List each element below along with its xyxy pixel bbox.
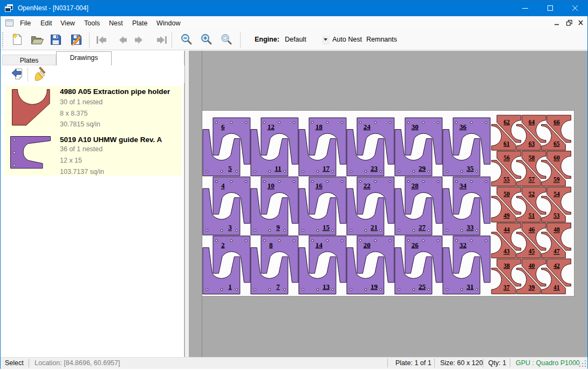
- svg-text:26: 26: [412, 241, 419, 249]
- svg-text:38: 38: [504, 263, 510, 269]
- svg-text:35: 35: [467, 164, 474, 172]
- svg-text:20: 20: [364, 241, 371, 249]
- svg-text:10: 10: [268, 181, 275, 190]
- svg-text:54: 54: [553, 191, 560, 197]
- svg-text:53: 53: [553, 212, 560, 219]
- svg-text:50: 50: [504, 191, 510, 197]
- svg-text:42: 42: [553, 263, 560, 269]
- svg-text:37: 37: [503, 284, 510, 291]
- svg-text:65: 65: [553, 140, 560, 147]
- svg-text:58: 58: [529, 154, 535, 161]
- svg-text:31: 31: [467, 282, 474, 291]
- svg-text:52: 52: [529, 191, 535, 197]
- svg-text:66: 66: [553, 119, 560, 125]
- svg-text:64: 64: [529, 119, 535, 125]
- svg-text:23: 23: [371, 164, 378, 172]
- svg-text:46: 46: [529, 226, 535, 233]
- svg-text:44: 44: [504, 226, 510, 233]
- svg-text:57: 57: [529, 176, 535, 183]
- svg-text:5: 5: [228, 164, 232, 172]
- svg-text:22: 22: [364, 181, 371, 190]
- svg-text:21: 21: [371, 223, 378, 231]
- svg-text:32: 32: [460, 241, 467, 249]
- svg-text:30: 30: [412, 123, 419, 131]
- svg-text:16: 16: [316, 181, 323, 190]
- svg-text:1: 1: [228, 282, 232, 291]
- svg-text:43: 43: [503, 248, 510, 254]
- svg-text:8: 8: [269, 241, 273, 249]
- svg-text:47: 47: [553, 248, 560, 254]
- svg-text:15: 15: [323, 223, 330, 231]
- svg-text:55: 55: [503, 176, 510, 183]
- svg-text:3: 3: [228, 223, 232, 231]
- svg-text:61: 61: [503, 140, 510, 147]
- svg-text:29: 29: [419, 164, 426, 172]
- svg-text:18: 18: [316, 123, 323, 131]
- svg-text:41: 41: [553, 284, 560, 291]
- svg-text:2: 2: [221, 241, 225, 249]
- svg-text:45: 45: [529, 248, 535, 254]
- svg-text:24: 24: [364, 123, 371, 131]
- svg-text:11: 11: [275, 164, 281, 172]
- svg-text:34: 34: [460, 181, 467, 190]
- svg-text:63: 63: [529, 140, 535, 147]
- svg-text:13: 13: [323, 282, 330, 291]
- svg-text:28: 28: [412, 181, 419, 190]
- svg-text:7: 7: [276, 282, 280, 291]
- svg-text:19: 19: [371, 282, 378, 291]
- svg-text:36: 36: [460, 123, 467, 131]
- svg-text:59: 59: [553, 176, 560, 183]
- svg-text:48: 48: [553, 226, 560, 233]
- svg-text:39: 39: [529, 284, 535, 291]
- svg-text:4: 4: [221, 181, 225, 190]
- svg-text:60: 60: [553, 154, 560, 161]
- svg-text:9: 9: [276, 223, 280, 231]
- svg-text:51: 51: [529, 212, 535, 219]
- svg-text:27: 27: [419, 223, 426, 231]
- svg-text:62: 62: [504, 119, 510, 125]
- svg-text:14: 14: [316, 241, 323, 249]
- svg-text:6: 6: [221, 123, 225, 131]
- svg-text:33: 33: [467, 223, 474, 231]
- svg-text:25: 25: [419, 282, 426, 291]
- svg-text:17: 17: [323, 164, 330, 172]
- svg-text:49: 49: [503, 212, 510, 219]
- svg-text:12: 12: [268, 123, 275, 131]
- svg-text:56: 56: [504, 154, 510, 161]
- svg-text:40: 40: [529, 263, 535, 269]
